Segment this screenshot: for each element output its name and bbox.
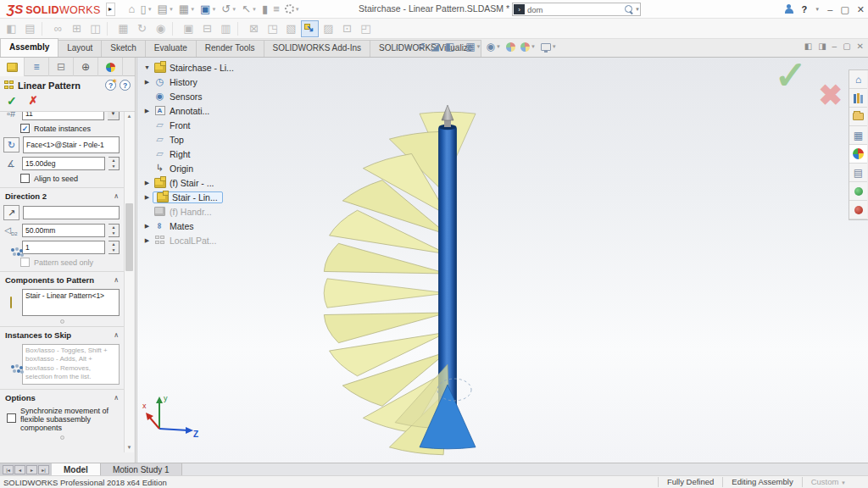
tree-item-local-pattern[interactable]: ▶ LocalLPat... — [142, 233, 236, 247]
reference-geometry-button[interactable]: ⊟ — [198, 20, 216, 37]
file-explorer-icon[interactable] — [849, 108, 867, 126]
tree-item-handrail[interactable]: (f) Handr... — [142, 204, 236, 219]
align-to-seed-checkbox-row[interactable]: Align to seed — [0, 172, 124, 185]
spacing-spinner[interactable]: ▲▼ — [108, 224, 120, 237]
design-library-icon[interactable] — [849, 89, 867, 108]
menu-flyout-button[interactable]: ▸ — [106, 3, 115, 16]
tab-render-tools[interactable]: Render Tools — [196, 40, 264, 57]
tree-item-assembly[interactable]: ▼ Stairchase - Li... — [142, 60, 236, 75]
new-document-button[interactable]: ▯▼ — [138, 3, 153, 15]
smart-fasteners-button[interactable]: ▦ — [114, 20, 132, 37]
direction2-instances-field[interactable]: 1 — [22, 241, 105, 254]
tree-item-sensors[interactable]: ◉ Sensors — [142, 89, 236, 103]
direction1-instances-field[interactable]: 11 — [22, 112, 104, 120]
expand-arrow-icon[interactable]: ▶ — [142, 108, 153, 114]
combo-dropdown-icon[interactable]: ▼ — [108, 112, 120, 120]
previous-view-icon[interactable]: ↺ — [416, 41, 425, 53]
custom-properties-icon[interactable]: ▤ — [849, 164, 867, 182]
expand-arrow-icon[interactable]: ▶ — [142, 237, 153, 244]
direction2-instances-spinner[interactable]: ▲▼ — [108, 241, 120, 254]
search-commands-icon[interactable]: › — [514, 4, 525, 14]
view-orientation-icon[interactable]: ◧▼ — [445, 41, 460, 53]
apply-scene-icon[interactable]: ▼ — [520, 42, 536, 52]
expand-arrow-icon[interactable]: ▶ — [142, 223, 153, 230]
appearances-scenes-icon[interactable] — [849, 145, 867, 164]
home-tab-icon[interactable]: ⌂ — [849, 70, 867, 89]
take-snapshot-button[interactable]: ⊡ — [338, 20, 356, 37]
angle-field[interactable]: 15.00deg — [22, 157, 105, 170]
ok-button[interactable]: ✓ — [7, 94, 17, 108]
spacing-field[interactable]: 50.00mm — [22, 224, 105, 237]
help-icon[interactable]: ? — [120, 80, 131, 91]
doc-close-icon[interactable]: ✕ — [857, 42, 864, 51]
collapse-chevron-icon[interactable]: ∧ — [114, 192, 119, 200]
tree-item-stair-pole[interactable]: ▶ (f) Stair - ... — [142, 175, 236, 190]
open-button[interactable]: ▤▼ — [156, 3, 175, 15]
whats-new-help-icon[interactable]: ?✶ — [105, 80, 116, 91]
tab-model[interactable]: Model — [52, 463, 101, 475]
tree-item-origin[interactable]: ↳ Origin — [142, 161, 236, 175]
options-button[interactable]: ▼ — [283, 4, 302, 14]
panel-scrollbar[interactable]: ▲ ▼ — [124, 112, 134, 452]
solidworks-resources-icon[interactable] — [849, 201, 867, 219]
direction2-ref-field[interactable] — [23, 206, 120, 219]
direction2-reverse-button[interactable]: ↗ — [3, 205, 19, 220]
move-component-button[interactable]: ↻ — [133, 20, 151, 37]
view-palette-icon[interactable]: ▦ — [849, 126, 867, 145]
first-tab-button[interactable]: |◂ — [3, 465, 14, 474]
hide-show-items-icon[interactable]: ◉▼ — [486, 41, 500, 53]
tab-display-manager[interactable] — [98, 58, 123, 76]
linear-component-pattern-button[interactable]: ↘ — [301, 20, 319, 37]
listbox-resize-handle[interactable] — [60, 319, 64, 324]
view-settings-icon[interactable]: ▼ — [541, 43, 557, 51]
tree-item-front-plane[interactable]: ▱ Front — [142, 118, 236, 132]
scrollbar-thumb[interactable] — [125, 203, 133, 271]
doc-minimize-icon[interactable]: – — [832, 42, 837, 51]
tree-item-right-plane[interactable]: ▱ Right — [142, 147, 236, 161]
mate-button[interactable]: ∞ — [49, 20, 67, 37]
edit-component-button[interactable]: ◧ — [3, 20, 20, 37]
section-view-icon[interactable]: ◪ — [431, 41, 440, 53]
tab-layout[interactable]: Layout — [58, 40, 102, 57]
tab-dimxpert-manager[interactable]: ⊕ — [74, 58, 98, 76]
components-to-pattern-section-header[interactable]: Components to Pattern ∧ — [0, 271, 124, 287]
last-tab-button[interactable]: ▸| — [38, 465, 49, 474]
expand-arrow-icon[interactable]: ▶ — [142, 79, 153, 86]
select-button[interactable]: ↖▼ — [240, 3, 259, 15]
insert-components-button[interactable]: ▤ — [21, 20, 39, 37]
minimize-button[interactable]: – — [827, 4, 832, 14]
close-button[interactable]: ✕ — [857, 4, 865, 15]
pane-right-icon[interactable]: ◨ — [818, 42, 826, 51]
collapse-arrow-icon[interactable]: ▼ — [142, 64, 153, 70]
angle-spinner[interactable]: ▲▼ — [108, 157, 120, 170]
cancel-button[interactable]: ✗ — [29, 94, 38, 108]
undo-button[interactable]: ↺▼ — [220, 3, 238, 15]
user-account-icon[interactable] — [784, 4, 794, 14]
tree-item-annotations[interactable]: ▶ A Annotati... — [142, 103, 236, 118]
confirmation-corner-ok[interactable]: ✓ — [774, 58, 807, 98]
selected-tree-item[interactable]: Stair - Lin... — [153, 191, 223, 203]
pane-left-icon[interactable]: ◧ — [804, 42, 812, 51]
tab-motion-study[interactable]: Motion Study 1 — [101, 463, 182, 475]
tree-item-mates[interactable]: ▶ ∞ Mates — [142, 219, 236, 233]
doc-restore-icon[interactable]: ▢ — [843, 42, 850, 51]
new-motion-study-button[interactable]: ▥ — [217, 20, 235, 37]
edit-appearance-icon[interactable] — [506, 42, 515, 52]
zoom-to-fit-icon[interactable]: ⌕ — [395, 41, 401, 53]
assembly-features-button[interactable]: ▣ — [180, 20, 198, 37]
tab-property-manager[interactable] — [0, 58, 25, 76]
show-hidden-components-button[interactable]: ◉ — [152, 20, 170, 37]
rotate-instances-checkbox-row[interactable]: ✓ Rotate instances — [0, 122, 124, 135]
options-section-header[interactable]: Options ∧ — [0, 389, 124, 405]
staircase-3d-model[interactable]: x y Z — [137, 58, 868, 463]
confirmation-corner-cancel[interactable]: ✖ — [819, 78, 843, 112]
zoom-to-area-icon[interactable]: ⌕ — [406, 41, 412, 53]
component-pattern-button[interactable]: ◫ — [86, 20, 104, 37]
command-search[interactable]: › ▼ — [512, 3, 641, 16]
solidworks-forum-icon[interactable] — [849, 182, 867, 201]
skip-instances-listbox[interactable]: Box/lasso - Toggles, Shift + box/lasso -… — [22, 344, 120, 385]
sync-movement-checkbox[interactable] — [7, 413, 16, 423]
tab-solidworks-add-ins[interactable]: SOLIDWORKS Add-Ins — [264, 40, 370, 57]
graphics-viewport[interactable]: x y Z ▼ Stairchase - Li... ▶ ◷ History ◉… — [136, 58, 868, 463]
tab-configuration-manager[interactable]: ⊟ — [49, 58, 74, 76]
